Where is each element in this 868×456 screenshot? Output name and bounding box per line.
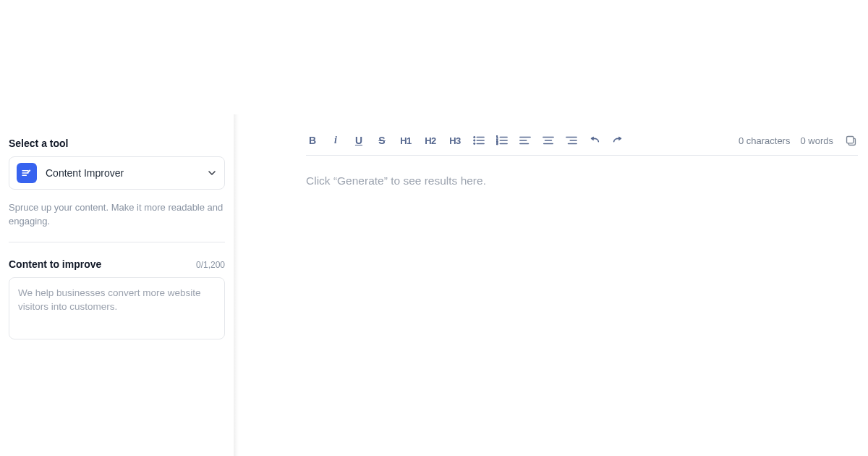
- strikethrough-button[interactable]: S: [375, 135, 388, 146]
- h2-button[interactable]: H2: [423, 135, 438, 146]
- editor-toolbar: B i U S H1 H2 H3 123: [306, 135, 624, 146]
- h3-button[interactable]: H3: [448, 135, 462, 146]
- chevron-down-icon: [207, 168, 217, 178]
- editor-placeholder[interactable]: Click “Generate” to see results here.: [306, 156, 858, 187]
- numbered-list-button[interactable]: 123: [495, 135, 509, 145]
- content-to-improve-label: Content to improve: [9, 258, 101, 270]
- editor-stats: 0 characters 0 words: [739, 133, 858, 148]
- svg-text:3: 3: [496, 142, 498, 145]
- italic-button[interactable]: i: [329, 135, 342, 146]
- copy-button[interactable]: [843, 133, 858, 148]
- align-left-button[interactable]: [519, 135, 532, 145]
- content-char-count: 0/1,200: [196, 260, 225, 270]
- content-input[interactable]: [9, 277, 225, 339]
- undo-button[interactable]: [588, 135, 601, 145]
- tool-description: Spruce up your content. Make it more rea…: [9, 201, 225, 229]
- panel-separator: [234, 116, 306, 456]
- editor-panel: B i U S H1 H2 H3 123: [306, 116, 868, 456]
- align-right-button[interactable]: [565, 135, 578, 145]
- select-tool-label: Select a tool: [9, 138, 225, 149]
- tool-name: Content Improver: [46, 167, 207, 179]
- bold-button[interactable]: B: [306, 135, 319, 146]
- character-count: 0 characters: [739, 135, 791, 146]
- underline-button[interactable]: U: [352, 135, 365, 146]
- divider: [9, 242, 225, 242]
- tool-select-dropdown[interactable]: Content Improver: [9, 156, 225, 190]
- h1-button[interactable]: H1: [399, 135, 413, 146]
- content-improver-icon: [17, 163, 37, 183]
- align-center-button[interactable]: [542, 135, 555, 145]
- sidebar: Select a tool Content Improver Spruce up…: [0, 116, 234, 456]
- redo-button[interactable]: [611, 135, 624, 145]
- svg-point-0: [474, 136, 475, 138]
- svg-point-2: [474, 143, 475, 144]
- svg-point-1: [474, 140, 475, 141]
- word-count: 0 words: [800, 135, 833, 146]
- svg-rect-22: [846, 136, 853, 143]
- bullet-list-button[interactable]: [472, 135, 485, 145]
